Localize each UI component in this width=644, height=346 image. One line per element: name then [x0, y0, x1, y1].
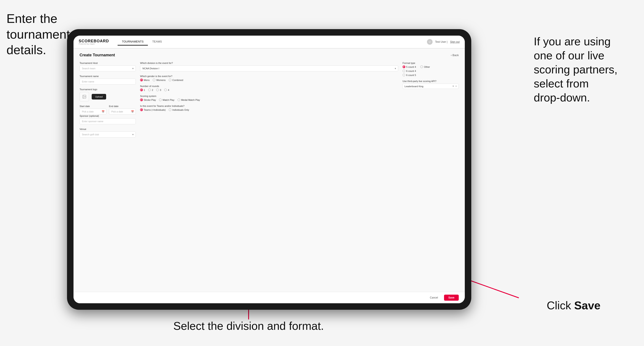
- tournament-name-input[interactable]: [80, 79, 136, 85]
- individuals-option[interactable]: Individuals Only: [168, 108, 189, 111]
- venue-group: Venue ▼: [80, 128, 136, 138]
- scoring-medal-match-radio[interactable]: [178, 98, 180, 101]
- rounds-3[interactable]: 3: [156, 88, 161, 91]
- sponsor-input[interactable]: [80, 118, 136, 124]
- gender-combined[interactable]: Combined: [168, 79, 183, 81]
- navbar: SCOREBOARD Powered by clippit TOURNAMENT…: [74, 36, 465, 49]
- teams-option[interactable]: Teams (+Individuals): [140, 108, 166, 111]
- rounds-3-radio[interactable]: [156, 88, 159, 91]
- start-date-wrapper: 📅: [80, 109, 106, 115]
- gender-mens-radio[interactable]: [140, 79, 143, 81]
- format-6count4[interactable]: 6 count 4: [402, 69, 416, 72]
- gender-group: Which gender is the event for? Mens Wome…: [140, 75, 398, 81]
- save-button[interactable]: Save: [444, 295, 459, 301]
- annotation-topleft: Enter the tournament details.: [6, 11, 70, 58]
- format-6count5[interactable]: 6 count 5: [402, 74, 416, 76]
- live-scoring-clear[interactable]: ✕: [452, 85, 454, 88]
- scoring-radio-group: Stroke Play Match Play Medal Match Play: [140, 98, 398, 101]
- sponsor-group: Sponsor (optional): [80, 115, 136, 124]
- rounds-3-label: 3: [160, 89, 161, 91]
- end-date-wrapper: 📅: [109, 109, 136, 115]
- nav-right: U Test User | Sign out: [427, 39, 460, 45]
- form-footer: Cancel Save: [74, 292, 465, 303]
- scoring-medal-match[interactable]: Medal Match Play: [178, 98, 200, 101]
- logo-upload-area: Upload: [80, 92, 136, 101]
- page-title: Create Tournament: [80, 53, 115, 57]
- scoring-label: Scoring system: [140, 95, 398, 97]
- form-col-left: Tournament Host ▼ Tournament name: [80, 62, 136, 141]
- division-label: Which division is the event for?: [140, 62, 398, 64]
- content-area: Create Tournament ‹ Back Tournament Host…: [74, 49, 465, 292]
- rounds-1-label: 1: [144, 89, 145, 91]
- form-layout: Tournament Host ▼ Tournament name: [80, 62, 459, 141]
- cancel-button[interactable]: Cancel: [426, 295, 442, 301]
- gender-womens[interactable]: Womens: [152, 79, 166, 81]
- brand: SCOREBOARD Powered by clippit: [79, 39, 109, 45]
- teams-label: Is this event for Teams and/or Individua…: [140, 105, 398, 107]
- click-save-bold: Save: [574, 299, 600, 312]
- format-type-group: Format type 5 count 4 6 count: [402, 62, 459, 76]
- sign-out-link[interactable]: Sign out: [450, 40, 460, 43]
- teams-label-text: Teams (+Individuals): [144, 109, 166, 111]
- user-label: Test User |: [435, 40, 448, 43]
- gender-mens-label: Mens: [144, 79, 150, 81]
- teams-radio[interactable]: [140, 108, 143, 111]
- rounds-4-label: 4: [168, 89, 169, 91]
- gender-mens[interactable]: Mens: [140, 79, 150, 81]
- start-date-label: Start date: [80, 105, 106, 108]
- scoring-stroke[interactable]: Stroke Play: [140, 98, 156, 101]
- rounds-2-radio[interactable]: [148, 88, 151, 91]
- format-5count4-radio[interactable]: [402, 65, 405, 68]
- format-6count5-radio[interactable]: [402, 74, 405, 76]
- nav-tournaments[interactable]: TOURNAMENTS: [118, 38, 148, 45]
- tournament-host-wrapper: ▼: [80, 65, 136, 71]
- rounds-1-radio[interactable]: [140, 88, 143, 91]
- venue-wrapper: ▼: [80, 132, 136, 138]
- venue-input[interactable]: [80, 132, 136, 138]
- nav-links: TOURNAMENTS TEAMS: [118, 38, 166, 45]
- end-date-label: End date: [109, 105, 136, 108]
- teams-group: Is this event for Teams and/or Individua…: [140, 105, 398, 111]
- format-6count4-radio[interactable]: [402, 69, 405, 72]
- rounds-4[interactable]: 4: [164, 88, 169, 91]
- start-date-calendar-icon: 📅: [102, 110, 105, 113]
- gender-womens-radio[interactable]: [152, 79, 156, 81]
- tournament-name-label: Tournament name: [80, 75, 136, 77]
- division-wrapper: NCAA Division I ▼: [140, 65, 398, 71]
- gender-combined-radio[interactable]: [168, 79, 172, 81]
- rounds-4-radio[interactable]: [164, 88, 167, 91]
- user-avatar: U: [427, 39, 432, 45]
- scoring-match-radio[interactable]: [159, 98, 162, 101]
- tournament-host-label: Tournament Host: [80, 62, 136, 64]
- annotation-bottomright: Click Save: [547, 299, 638, 313]
- end-date-calendar-icon: 📅: [131, 110, 134, 113]
- tablet-device: SCOREBOARD Powered by clippit TOURNAMENT…: [67, 29, 471, 310]
- gender-radio-group: Mens Womens Combined: [140, 79, 398, 81]
- tournament-host-group: Tournament Host ▼: [80, 62, 136, 71]
- scoring-stroke-radio[interactable]: [140, 98, 143, 101]
- format-col-right: Other: [420, 65, 430, 76]
- live-scoring-chevron: ▾: [456, 85, 457, 88]
- rounds-1[interactable]: 1: [140, 88, 145, 91]
- format-5count4[interactable]: 5 count 4: [402, 65, 416, 68]
- gender-womens-label: Womens: [156, 79, 166, 81]
- format-6count4-label: 6 count 4: [406, 70, 416, 72]
- click-save-prefix: Click: [547, 299, 574, 312]
- rounds-group: Number of rounds 1 2: [140, 85, 398, 91]
- format-other[interactable]: Other: [420, 65, 430, 68]
- annotation-topright: If you are using one of our live scoring…: [534, 34, 638, 105]
- format-other-radio[interactable]: [420, 65, 423, 68]
- division-select[interactable]: NCAA Division I: [140, 65, 398, 71]
- nav-teams[interactable]: TEAMS: [148, 38, 166, 45]
- upload-button[interactable]: Upload: [92, 94, 106, 100]
- rounds-2[interactable]: 2: [148, 88, 153, 91]
- tournament-host-input[interactable]: [80, 65, 136, 71]
- start-date-group: Start date 📅: [80, 105, 106, 115]
- logo-placeholder: [80, 92, 89, 101]
- scoring-match[interactable]: Match Play: [159, 98, 174, 101]
- division-group: Which division is the event for? NCAA Di…: [140, 62, 398, 71]
- tablet-screen: SCOREBOARD Powered by clippit TOURNAMENT…: [74, 36, 465, 303]
- individuals-radio[interactable]: [168, 108, 172, 111]
- sponsor-label: Sponsor (optional): [80, 115, 136, 117]
- back-link[interactable]: ‹ Back: [451, 53, 459, 57]
